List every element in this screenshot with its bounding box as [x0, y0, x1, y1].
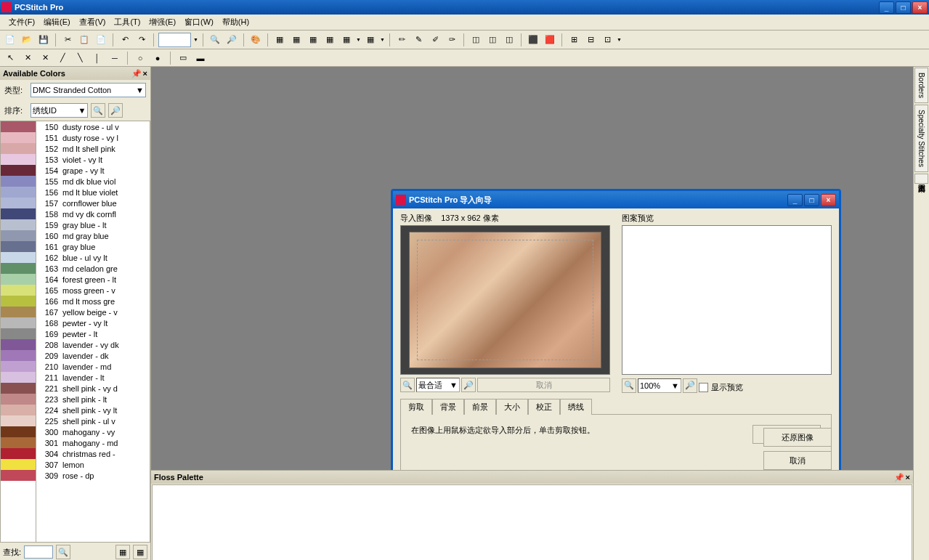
tb-h3-icon[interactable]: ⊡ [600, 33, 614, 47]
dialog-minimize-button[interactable]: _ [787, 194, 803, 206]
tb-f3-icon[interactable]: ◫ [502, 33, 516, 47]
tb-grid4-icon[interactable]: ▦ [322, 33, 337, 47]
swatch[interactable] [1, 176, 36, 187]
pin-icon[interactable]: 📌 [894, 473, 904, 482]
list-item[interactable]: 158md vy dk cornfl [36, 208, 150, 219]
dialog-maximize-button[interactable]: □ [804, 194, 819, 206]
tb-zoomout-icon[interactable]: 🔎 [224, 33, 239, 47]
st1-icon[interactable]: ✕ [20, 51, 35, 65]
tb-grid6-dd-icon[interactable]: ▼ [380, 33, 385, 47]
swatch[interactable] [1, 405, 36, 415]
src-zoom-in-icon[interactable]: 🔎 [461, 378, 476, 392]
swatch[interactable] [1, 154, 36, 165]
swatch[interactable] [1, 448, 36, 459]
tb-grid1-icon[interactable]: ▦ [272, 33, 287, 47]
source-image-preview[interactable] [400, 225, 610, 375]
tab-crop[interactable]: 剪取 [400, 399, 432, 415]
tab-bg[interactable]: 背景 [432, 399, 464, 415]
color-list[interactable]: 150dusty rose - ul v151dusty rose - vy l… [36, 121, 150, 543]
search-a-btn[interactable]: ▦ [115, 545, 130, 559]
list-item[interactable]: 156md lt blue violet [36, 187, 150, 198]
swatch[interactable] [1, 198, 36, 208]
tb-paste-icon[interactable]: 📄 [94, 33, 108, 47]
tb-save-icon[interactable]: 💾 [36, 33, 51, 47]
list-item[interactable]: 208lavender - vy dk [36, 339, 150, 350]
tb-new-icon[interactable]: 📄 [3, 33, 17, 47]
swatch[interactable] [1, 394, 36, 405]
swatch[interactable] [1, 208, 36, 219]
tb-h1-icon[interactable]: ⊞ [567, 33, 581, 47]
tb-g2-icon[interactable]: 🟥 [543, 33, 557, 47]
tb-edit3-icon[interactable]: ✐ [428, 33, 442, 47]
swatch[interactable] [1, 437, 36, 448]
tb-grid6-icon[interactable]: ▦ [363, 33, 378, 47]
tb-undo-icon[interactable]: ↶ [118, 33, 132, 47]
list-item[interactable]: 160md gray blue [36, 230, 150, 241]
menu-enhance[interactable]: 增强(E) [145, 15, 180, 29]
list-item[interactable]: 168pewter - vy lt [36, 317, 150, 328]
swatch[interactable] [1, 426, 36, 437]
list-item[interactable]: 164forest green - lt [36, 274, 150, 285]
list-item[interactable]: 221shell pink - vy d [36, 383, 150, 394]
restore-button[interactable]: 还原图像 [763, 428, 832, 447]
swatch[interactable] [1, 470, 36, 481]
tb-edit2-icon[interactable]: ✎ [411, 33, 426, 47]
list-item[interactable]: 157cornflower blue [36, 198, 150, 208]
list-item[interactable]: 300mahogany - vy [36, 426, 150, 437]
prev-zoom-combo[interactable]: 100% ▼ [638, 378, 681, 393]
swatch[interactable] [1, 415, 36, 426]
list-item[interactable]: 161gray blue [36, 241, 150, 252]
close-panel-icon[interactable]: × [906, 473, 910, 482]
list-item[interactable]: 166md lt moss gre [36, 296, 150, 307]
swatch[interactable] [1, 263, 36, 274]
tb-g1-icon[interactable]: ⬛ [526, 33, 540, 47]
st5-icon[interactable]: │ [90, 51, 105, 65]
tb-palette-icon[interactable]: 🎨 [248, 33, 263, 47]
menu-view[interactable]: 查看(V) [75, 15, 110, 29]
list-item[interactable]: 152md lt shell pink [36, 143, 150, 154]
tab-floss[interactable]: 绣线 [560, 399, 592, 415]
prev-zoom-out-icon[interactable]: 🔍 [622, 378, 636, 393]
list-item[interactable]: 165moss green - v [36, 285, 150, 296]
swatch[interactable] [1, 383, 36, 394]
close-panel-icon[interactable]: × [143, 69, 147, 78]
list-item[interactable]: 163md celadon gre [36, 263, 150, 274]
swatch[interactable] [1, 165, 36, 176]
swatch[interactable] [1, 372, 36, 383]
swatch[interactable] [1, 296, 36, 307]
src-zoom-combo[interactable]: 最合适 ▼ [416, 378, 460, 392]
st8-icon[interactable]: ● [150, 51, 165, 65]
tb-grid5-icon[interactable]: ▦ [339, 33, 354, 47]
swatch[interactable] [1, 121, 36, 132]
sort-combo[interactable]: 绣线ID ▼ [31, 103, 88, 118]
tb-copy-icon[interactable]: 📋 [77, 33, 92, 47]
cancel-button[interactable]: 取消 [763, 451, 832, 470]
tb-redo-icon[interactable]: ↷ [134, 33, 149, 47]
list-item[interactable]: 211lavender - lt [36, 372, 150, 383]
zoom-in-btn[interactable]: 🔍 [91, 103, 105, 118]
swatch[interactable] [1, 252, 36, 263]
swatch[interactable] [1, 241, 36, 252]
list-item[interactable]: 209lavender - dk [36, 350, 150, 361]
tb-edit1-icon[interactable]: ✏ [394, 33, 409, 47]
swatch[interactable] [1, 459, 36, 470]
list-item[interactable]: 167yellow beige - v [36, 307, 150, 317]
st7-icon[interactable]: ○ [133, 51, 147, 65]
swatch[interactable] [1, 328, 36, 339]
dialog-titlebar[interactable]: PCStitch Pro 导入向导 _ □ × [393, 191, 839, 208]
maximize-button[interactable]: □ [896, 1, 911, 14]
list-item[interactable]: 224shell pink - vy lt [36, 405, 150, 415]
search-go-btn[interactable]: 🔍 [56, 545, 70, 559]
tb-f1-icon[interactable]: ◫ [468, 33, 483, 47]
list-item[interactable]: 150dusty rose - ul v [36, 121, 150, 132]
list-item[interactable]: 304christmas red - [36, 448, 150, 459]
list-item[interactable]: 307lemon [36, 459, 150, 470]
tb-edit4-icon[interactable]: ✑ [445, 33, 459, 47]
swatch[interactable] [1, 307, 36, 317]
st10-icon[interactable]: ▬ [193, 51, 208, 65]
swatch[interactable] [1, 230, 36, 241]
st4-icon[interactable]: ╲ [73, 51, 87, 65]
minimize-button[interactable]: _ [879, 1, 894, 14]
list-item[interactable]: 301mahogany - md [36, 437, 150, 448]
tb-grid-dd-icon[interactable]: ▼ [356, 33, 361, 47]
